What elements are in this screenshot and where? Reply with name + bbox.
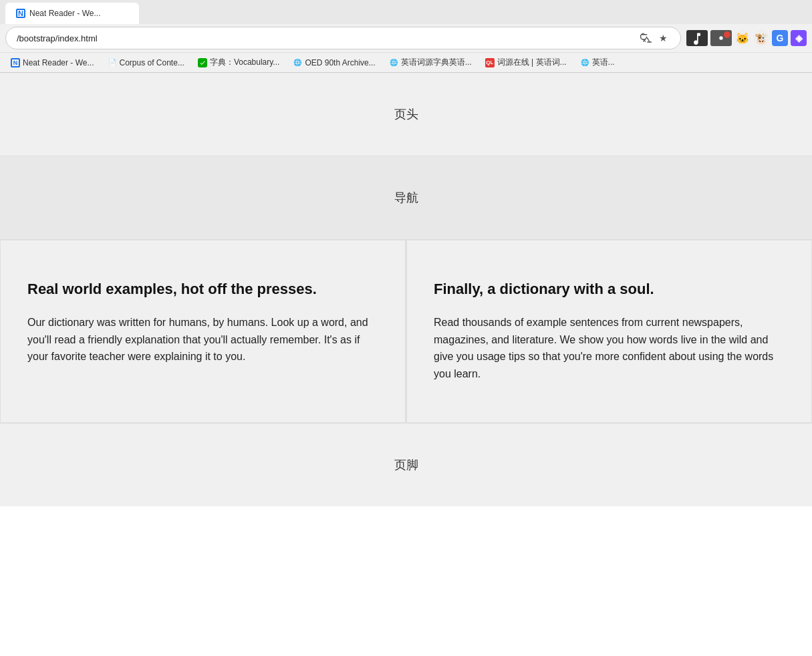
bookmark-favicon-etymdict: 🌐 xyxy=(389,58,398,67)
active-tab[interactable]: N Neat Reader - We... xyxy=(5,3,139,24)
ext-nav-icon[interactable]: ◈ xyxy=(791,30,807,46)
footer-section: 页脚 xyxy=(0,423,812,506)
browser-chrome: N Neat Reader - We... /bootstrap/index.h… xyxy=(0,0,812,73)
tab-bar: N Neat Reader - We... xyxy=(0,0,812,24)
star-icon[interactable]: ★ xyxy=(656,31,670,45)
header-section: 页头 xyxy=(0,73,812,156)
card-right-title: Finally, a dictionary with a soul. xyxy=(434,281,785,298)
content-card-right: Finally, a dictionary with a soul. Read … xyxy=(406,240,812,423)
svg-point-0 xyxy=(719,36,722,39)
address-bar-row: /bootstrap/index.html ★ 🐱 xyxy=(0,24,812,52)
bookmark-label-oed: OED 90th Archive... xyxy=(305,58,375,67)
ext-cow-icon[interactable]: 🐮 xyxy=(753,30,769,46)
bookmark-corpus[interactable]: 📄 Corpus of Conte... xyxy=(102,57,190,69)
url-text: /bootstrap/index.html xyxy=(17,33,635,43)
translate-icon[interactable] xyxy=(639,31,652,45)
tab-favicon: N xyxy=(16,9,25,18)
bookmark-label-etymdict: 英语词源字典英语... xyxy=(401,57,472,68)
extension-icons: 🐱 🐮 G ◈ xyxy=(686,30,807,46)
bookmark-favicon-oed: 🌐 xyxy=(293,58,302,67)
bookmark-favicon-n: N xyxy=(11,58,20,67)
ext-cat-icon[interactable]: 🐱 xyxy=(734,30,751,46)
page-content: 页头 导航 Real world examples, hot off the p… xyxy=(0,73,812,506)
card-left-body: Our dictionary was written for humans, b… xyxy=(27,314,378,365)
address-bar[interactable]: /bootstrap/index.html ★ xyxy=(5,27,681,49)
card-left-title: Real world examples, hot off the presses… xyxy=(27,281,378,298)
ext-music-icon[interactable] xyxy=(686,30,708,46)
content-card-left: Real world examples, hot off the presses… xyxy=(0,240,406,423)
header-label: 页头 xyxy=(394,108,418,121)
ext-dot-icon[interactable] xyxy=(710,30,732,46)
bookmark-etymdict[interactable]: 🌐 英语词源字典英语... xyxy=(384,55,477,69)
bookmark-label-corpus: Corpus of Conte... xyxy=(120,58,184,67)
bookmark-favicon-etymonline: QL xyxy=(485,58,495,67)
bookmark-etymonline[interactable]: QL 词源在线 | 英语词... xyxy=(480,55,572,69)
content-row: Real world examples, hot off the presses… xyxy=(0,240,812,423)
nav-label: 导航 xyxy=(394,191,418,204)
bookmark-label-etymonline: 词源在线 | 英语词... xyxy=(497,57,567,68)
tab-label: Neat Reader - We... xyxy=(29,9,101,18)
bookmark-label-vocab: 字典：Vocabulary... xyxy=(210,57,279,68)
bookmarks-bar: N Neat Reader - We... 📄 Corpus of Conte.… xyxy=(0,52,812,72)
bookmark-label-english: 英语... xyxy=(592,57,615,68)
bookmark-label: Neat Reader - We... xyxy=(23,58,94,67)
bookmark-english[interactable]: 🌐 英语... xyxy=(575,55,620,69)
bookmark-favicon-english: 🌐 xyxy=(580,58,589,67)
bookmark-neat-reader[interactable]: N Neat Reader - We... xyxy=(5,57,100,69)
card-right-body: Read thousands of example sentences from… xyxy=(434,314,785,382)
bookmark-vocabulary[interactable]: 字典：Vocabulary... xyxy=(192,55,285,69)
bookmark-favicon-vocab xyxy=(198,58,207,67)
footer-label: 页脚 xyxy=(394,458,418,472)
bookmark-oed[interactable]: 🌐 OED 90th Archive... xyxy=(287,57,380,69)
ext-g-icon[interactable]: G xyxy=(772,30,788,46)
bookmark-favicon-corpus: 📄 xyxy=(108,58,117,67)
nav-section: 导航 xyxy=(0,156,812,240)
